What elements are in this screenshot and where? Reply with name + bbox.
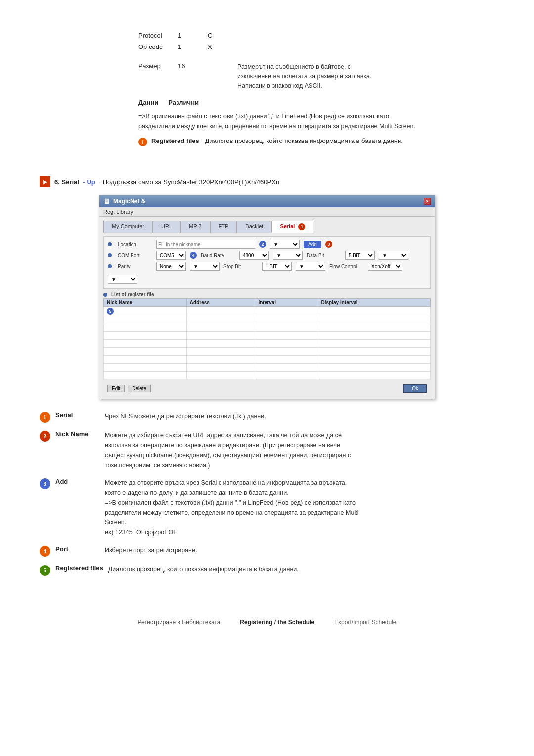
parity-select[interactable]: None [156, 262, 186, 271]
tab-ftp[interactable]: FTP [210, 221, 237, 233]
parity-label: Parity [118, 264, 152, 269]
razmer-value: 16 [178, 62, 193, 70]
item-2-label: Nick Name [55, 430, 100, 438]
location-dot [108, 242, 112, 246]
tab-mp3[interactable]: MP 3 [180, 221, 210, 233]
item-registered-files: 5 Registered files Диалогов прозорец, ко… [40, 565, 494, 576]
footer-nav-register-library[interactable]: Регистриране в Библиотеката [138, 619, 221, 626]
reg-files-table: Nick Name Address Interval Display Inter… [103, 298, 431, 379]
footer-nav: Регистриране в Библиотеката Registering … [40, 611, 494, 626]
col-nick-name: Nick Name [104, 299, 187, 307]
stop-bit-label: Stop Bit [223, 264, 258, 269]
dialog-title: MagicNet & [113, 198, 145, 205]
registered-files-row: i Registered files Диалогов прозорец, ко… [138, 137, 494, 146]
col-display-interval: Display Interval [318, 299, 430, 307]
protocol-table: Protocol 1 C Op code 1 X [138, 30, 494, 52]
table-row [104, 316, 431, 324]
delete-button[interactable]: Delete [128, 385, 151, 392]
razmer-row: Размер 16 Размерът на съобщението в байт… [138, 62, 494, 90]
table-row [104, 324, 431, 332]
section-6-text: 6. Serial - Up : Поддръжка само за SyncM… [54, 178, 279, 186]
footer-nav-register-schedule[interactable]: Registering / the Schedule [240, 619, 314, 626]
parity-arrow[interactable]: ▼ [190, 262, 220, 271]
tab-serial-num: 1 [298, 223, 305, 230]
tab-my-computer[interactable]: My Computer [103, 221, 153, 233]
table-row: 5 [104, 307, 431, 316]
col-interval: Interval [255, 299, 318, 307]
dialog-bottom-buttons: Edit Delete Ok [103, 382, 431, 395]
dialog-app-icon: 🖥 [103, 197, 110, 205]
tab-serial[interactable]: Serial 1 [271, 221, 313, 233]
edit-button[interactable]: Edit [107, 385, 125, 392]
registered-files-label: Registered files [151, 137, 199, 144]
form-row-location: Location 2 ▼ Add 3 [108, 240, 426, 249]
item-3-label: Add [55, 478, 100, 485]
num-badge-5: 5 [107, 308, 114, 315]
item-port: 4 Port Изберете порт за регистриране. [40, 545, 494, 557]
comport-label: COM Port [118, 253, 152, 258]
item-3-desc: Можете да отворите връзка чрез Serial с … [105, 478, 362, 537]
table-row [104, 364, 431, 372]
registered-files-text: Диалогов прозорец, който показва информа… [205, 137, 402, 144]
razmer-note: Размерът на съобщението в байтове, с изк… [237, 62, 376, 90]
protocol-label: Protocol [138, 30, 178, 41]
tab-backlet[interactable]: Backlet [237, 221, 271, 233]
dialog-content: My Computer URL MP 3 FTP Backlet Serial … [99, 217, 435, 399]
section-6-header: ▶ 6. Serial - Up : Поддръжка само за Syn… [40, 176, 494, 187]
add-button[interactable]: Add [304, 241, 321, 248]
num-badge-4: 4 [190, 252, 197, 259]
dialog-titlebar: 🖥 MagicNet & × [99, 195, 435, 207]
danni-section: Данни Различни =>В оригинален файл с тек… [138, 99, 494, 146]
protocol-val2: C [208, 30, 237, 41]
ok-button[interactable]: Ok [403, 384, 427, 393]
danni-text: =>В оригинален файл с текстови (.txt) да… [138, 111, 425, 131]
reg-files-dot [103, 293, 107, 297]
baud-rate-arrow[interactable]: ▼ [273, 251, 303, 260]
section-6-icon: ▶ [40, 176, 50, 187]
comport-select[interactable]: COM5 [156, 251, 186, 260]
table-row [104, 356, 431, 364]
parity-dot [108, 264, 112, 268]
razmer-label: Размер [138, 62, 168, 70]
num-badge-2: 2 [259, 241, 266, 248]
item-5-circle: 5 [40, 565, 50, 576]
comport-dot [108, 253, 112, 257]
item-3-circle: 3 [40, 478, 50, 489]
item-5-label: Registered files [55, 565, 103, 572]
flow-control-select[interactable]: Xon/Xoff [368, 262, 402, 271]
btn-group-edit-delete: Edit Delete [107, 385, 151, 392]
item-2-desc: Можете да избирате съкратен URL адрес за… [105, 430, 362, 470]
dialog-window: 🖥 MagicNet & × Reg. Library My Computer … [99, 195, 435, 399]
item-4-label: Port [55, 545, 100, 553]
opcode-val2: X [208, 41, 237, 52]
dialog-close-button[interactable]: × [424, 198, 431, 205]
location-input[interactable] [156, 240, 255, 249]
item-1-circle: 1 [40, 412, 50, 423]
stop-bit-select[interactable]: 1 BIT [262, 262, 292, 271]
item-4-desc: Изберете порт за регистриране. [105, 545, 197, 555]
danni-header1: Данни [138, 99, 158, 106]
location-select[interactable]: ▼ [270, 240, 300, 249]
tab-url[interactable]: URL [153, 221, 180, 233]
item-4-circle: 4 [40, 546, 50, 557]
opcode-val1: 1 [178, 41, 208, 52]
item-5-desc: Диалогов прозорец, който показва информа… [108, 565, 299, 574]
footer-nav-export-import[interactable]: Export/Import Schedule [334, 619, 396, 626]
table-row [104, 332, 431, 340]
danni-header2: Различни [168, 99, 199, 106]
data-bit-arrow[interactable]: ▼ [379, 251, 408, 260]
data-bit-label: Data Bit [307, 253, 341, 258]
form-row-comport: COM Port COM5 4 Baud Rate 4800 ▼ Data Bi… [108, 251, 426, 260]
reg-files-header: List of register file [103, 292, 431, 297]
num-badge-3: 3 [325, 241, 332, 248]
table-row [104, 372, 431, 379]
reg-files-section: List of register file Nick Name Address … [103, 292, 431, 379]
data-bit-select[interactable]: 5 BIT [345, 251, 375, 260]
baud-rate-select[interactable]: 4800 [239, 251, 269, 260]
stop-bit-arrow[interactable]: ▼ [296, 262, 325, 271]
flow-control-arrow[interactable]: ▼ [108, 275, 137, 284]
item-nick-name: 2 Nick Name Можете да избирате съкратен … [40, 430, 494, 470]
table-row [104, 340, 431, 348]
item-add: 3 Add Можете да отворите връзка чрез Ser… [40, 478, 494, 537]
numbered-items: 1 Serial Чрез NFS можете да регистрирате… [40, 411, 494, 576]
